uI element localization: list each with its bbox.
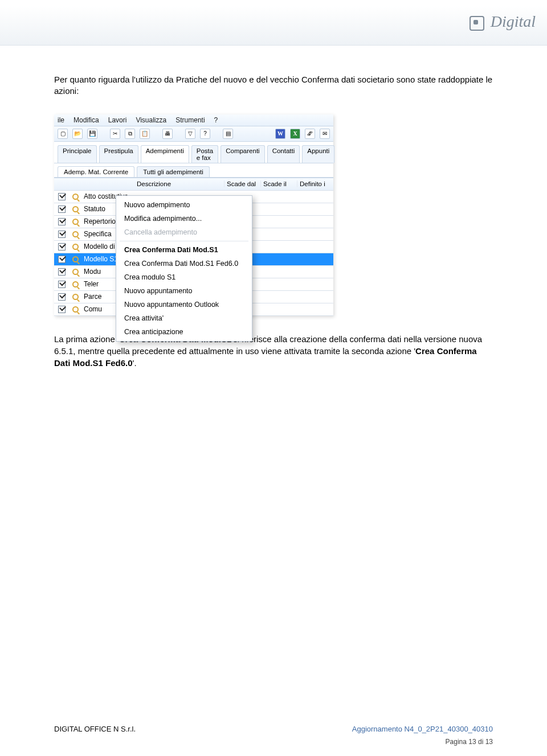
open-icon[interactable]: 📂 [72,129,83,139]
context-menu[interactable]: Nuovo adempimentoModifica adempimento...… [116,195,252,342]
context-menu-item[interactable]: Crea anticipazione [116,325,252,339]
magnifier-icon[interactable] [72,294,79,300]
clip-icon[interactable]: 🖇 [305,129,315,139]
checkbox-icon[interactable] [58,256,66,263]
print-icon[interactable]: 🖶 [162,129,173,139]
page-content: Per quanto riguarda l'utilizzo da Pratic… [54,74,493,369]
context-menu-item[interactable]: Nuovo appuntamento [116,284,252,298]
excel-icon[interactable]: X [290,129,300,139]
footer: DIGITAL OFFICE N S.r.l. Aggiornamento N4… [54,725,493,733]
checkbox-icon[interactable] [58,193,66,200]
logo: Digital [470,13,536,31]
checkbox-icon[interactable] [58,231,66,238]
magnifier-icon[interactable] [72,306,79,313]
context-menu-item[interactable]: Crea attivita' [116,311,252,325]
checkbox-icon[interactable] [58,268,66,276]
magnifier-icon[interactable] [72,244,79,250]
page-number: Pagina 13 di 13 [446,738,493,746]
menu-modifica[interactable]: Modifica [74,116,99,124]
tab-prestipula[interactable]: Prestipula [99,145,138,163]
context-menu-item[interactable]: Crea modulo S1 [116,270,252,284]
logo-icon [470,16,484,31]
paste-icon[interactable]: 📋 [140,129,150,139]
subtab-tutti[interactable]: Tutti gli adempimenti [137,166,210,177]
checkbox-icon[interactable] [58,293,66,301]
menubar[interactable]: ile Modifica Lavori Visualizza Strumenti… [54,114,333,126]
checkbox-icon[interactable] [58,206,66,213]
after-t1: La prima azione ' [54,334,119,344]
tab-contatti[interactable]: Contatti [267,145,300,163]
toolbar: ▢ 📂 💾 ✂ ⧉ 📋 🖶 ▽ ? ▤ W X 🖇 ✉ [54,126,333,142]
copy-icon[interactable]: ⧉ [125,129,135,139]
menu-help[interactable]: ? [214,116,218,124]
tab-appunti[interactable]: Appunti [302,145,334,163]
cut-icon[interactable]: ✂ [110,129,120,139]
footer-right: Aggiornamento N4_0_2P21_40300_40310 [352,725,493,733]
checkbox-icon[interactable] [58,218,66,225]
intro-paragraph: Per quanto riguarda l'utilizzo da Pratic… [54,74,493,97]
context-menu-item[interactable]: Crea Conferma Dati Mod.S1 [116,243,252,257]
magnifier-icon[interactable] [72,206,79,212]
tab-posta[interactable]: Posta e fax [191,145,218,163]
magnifier-icon[interactable] [72,256,79,262]
context-menu-item[interactable]: Modifica adempimento... [116,212,252,225]
context-menu-item[interactable]: Crea Conferma Dati Mod.S1 Fed6.0 [116,257,252,270]
tab-principale[interactable]: Principale [58,145,97,163]
col-scade-il[interactable]: Scade il [260,180,297,187]
col-descrizione[interactable]: Descrizione [81,180,224,187]
tab-adempimenti[interactable]: Adempimenti [141,145,189,163]
grid-header: Descrizione Scade dal Scade il Definito … [54,178,333,191]
after-t3: '. [133,358,137,368]
menu-lavori[interactable]: Lavori [108,116,127,124]
tab-comparenti[interactable]: Comparenti [221,145,264,163]
mail-icon[interactable]: ✉ [320,129,330,139]
magnifier-icon[interactable] [72,231,79,237]
checkbox-icon[interactable] [58,306,66,313]
header-band: Digital [0,6,547,46]
main-tabs: Principale Prestipula Adempimenti Posta … [54,142,333,163]
col-scade-dal[interactable]: Scade dal [224,180,260,187]
word-icon[interactable]: W [275,129,285,139]
logo-text: Digital [491,13,536,30]
magnifier-icon[interactable] [72,281,79,287]
context-menu-item: Cancella adempimento [116,225,252,239]
save-icon[interactable]: 💾 [87,129,97,139]
filter-icon[interactable]: ▽ [185,129,195,139]
new-icon[interactable]: ▢ [58,129,68,139]
checkbox-icon[interactable] [58,243,66,250]
magnifier-icon[interactable] [72,194,79,200]
context-menu-item[interactable]: Nuovo adempimento [116,198,252,212]
menu-file[interactable]: ile [58,116,64,124]
footer-left: DIGITAL OFFICE N S.r.l. [54,725,136,733]
menu-visualizza[interactable]: Visualizza [136,116,166,124]
magnifier-icon[interactable] [72,269,79,275]
menu-separator [120,241,248,241]
col-definito[interactable]: Definito i [297,180,333,187]
cal-icon[interactable]: ▤ [223,129,233,139]
help-icon[interactable]: ? [200,129,210,139]
sub-tabs: Ademp. Mat. Corrente Tutti gli adempimen… [54,163,333,178]
checkbox-icon[interactable] [58,281,66,288]
context-menu-item[interactable]: Nuovo appuntamento Outlook [116,298,252,311]
screenshot-wrap: ile Modifica Lavori Visualizza Strumenti… [54,109,333,316]
subtab-corrente[interactable]: Ademp. Mat. Corrente [58,166,134,177]
menu-strumenti[interactable]: Strumenti [175,116,205,124]
magnifier-icon[interactable] [72,219,79,225]
